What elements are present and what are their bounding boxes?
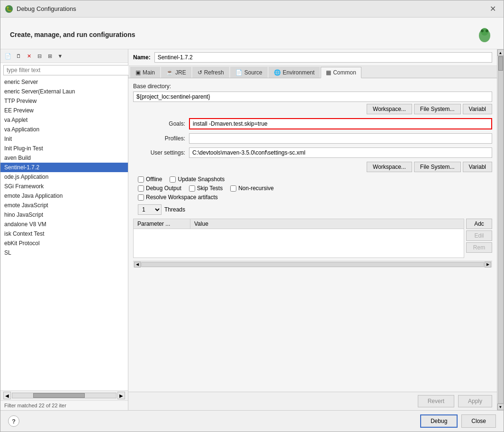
dropdown-button[interactable]: ▼ <box>55 51 65 61</box>
list-item[interactable]: va Application <box>0 125 128 134</box>
scroll-down-button[interactable]: ▼ <box>497 404 504 410</box>
list-item[interactable]: SGi Framework <box>0 182 128 191</box>
list-item[interactable]: Init Plug-in Test <box>0 144 128 153</box>
scroll-left-button[interactable]: ◀ <box>3 392 11 399</box>
collapse-all-button[interactable]: ⊟ <box>35 51 44 61</box>
param-edit-button[interactable]: Edil <box>466 230 492 241</box>
workspace-button-1[interactable]: Workspace... <box>367 104 412 114</box>
param-add-button[interactable]: Adc <box>466 219 492 229</box>
non-recursive-checkbox-item[interactable]: Non-recursive <box>230 185 274 192</box>
left-horizontal-scrollbar[interactable]: ◀ ▶ <box>0 390 128 400</box>
skip-tests-label: Skip Tests <box>197 185 223 192</box>
variables-button-1[interactable]: Variabl <box>463 104 492 114</box>
goals-label: Goals: <box>133 120 185 127</box>
duplicate-config-button[interactable]: 🗒 <box>14 51 23 61</box>
update-snapshots-checkbox-item[interactable]: Update Snapshots <box>170 176 225 183</box>
param-table-area: Parameter ... Value <box>133 219 464 258</box>
basedir-input[interactable] <box>133 92 492 102</box>
goals-input[interactable] <box>189 118 492 129</box>
list-item[interactable]: EE Preview <box>0 106 128 115</box>
vertical-scroll-track[interactable] <box>498 56 504 404</box>
skip-tests-checkbox-item[interactable]: Skip Tests <box>189 185 223 192</box>
environment-tab-icon: 🌐 <box>274 69 281 76</box>
param-table-header: Parameter ... Value <box>134 219 464 229</box>
debug-output-checkbox[interactable] <box>138 185 144 192</box>
list-item-selected[interactable]: Sentinel-1.7.2 <box>0 163 128 172</box>
scroll-right-button[interactable]: ▶ <box>117 392 125 399</box>
list-item[interactable]: aven Build <box>0 153 128 163</box>
variables-button-2[interactable]: Variabl <box>463 162 492 172</box>
user-settings-label: User settings: <box>133 149 185 156</box>
delete-config-button[interactable]: ✕ <box>24 51 34 61</box>
offline-checkbox-item[interactable]: Offline <box>138 176 162 183</box>
param-remove-button[interactable]: Rem <box>466 242 492 253</box>
tab-source[interactable]: 📄 Source <box>230 67 268 78</box>
common-tab-label: Common <box>333 69 356 76</box>
debug-configurations-dialog: 🐛 Debug Configurations ✕ Create, manage,… <box>0 0 504 432</box>
resolve-workspace-checkbox[interactable] <box>138 194 144 201</box>
bottom-bar: ? Debug Close <box>0 410 504 432</box>
list-item[interactable]: eneric Server <box>0 77 128 87</box>
h-scroll-left-button[interactable]: ◀ <box>134 262 141 267</box>
horizontal-scrollbar[interactable]: ◀ ▶ <box>133 261 492 267</box>
h-scroll-track[interactable] <box>141 262 484 267</box>
revert-button[interactable]: Revert <box>418 395 454 407</box>
profiles-row: Profiles: <box>133 133 492 144</box>
header-title: Create, manage, and run configurations <box>10 31 135 38</box>
expand-all-button[interactable]: ⊞ <box>45 51 54 61</box>
scroll-track[interactable] <box>12 393 117 398</box>
h-scroll-right-button[interactable]: ▶ <box>485 262 491 267</box>
profiles-label: Profiles: <box>133 135 185 142</box>
scroll-up-button[interactable]: ▲ <box>497 49 504 56</box>
refresh-tab-label: Refresh <box>204 69 224 76</box>
update-snapshots-checkbox[interactable] <box>170 176 176 183</box>
debug-output-checkbox-item[interactable]: Debug Output <box>138 185 181 192</box>
workspace-button-2[interactable]: Workspace... <box>367 162 412 172</box>
list-item[interactable]: isk Context Test <box>0 229 128 239</box>
list-item[interactable]: Init <box>0 134 128 144</box>
list-item[interactable]: andalone V8 VM <box>0 220 128 229</box>
debug-button[interactable]: Debug <box>420 414 458 428</box>
help-button[interactable]: ? <box>8 415 19 427</box>
list-item[interactable]: TTP Preview <box>0 96 128 106</box>
main-tab-label: Main <box>143 69 155 76</box>
tab-main[interactable]: ▣ Main <box>130 67 160 78</box>
tab-refresh[interactable]: ↺ Refresh <box>192 67 229 78</box>
list-item[interactable]: hino JavaScript <box>0 210 128 220</box>
profiles-input[interactable] <box>189 133 492 144</box>
filter-input[interactable] <box>3 65 131 75</box>
threads-select[interactable]: 1 2 4 8 <box>138 204 162 215</box>
list-item[interactable]: ode.js Application <box>0 172 128 182</box>
skip-tests-checkbox[interactable] <box>189 185 195 192</box>
source-tab-icon: 📄 <box>235 69 243 76</box>
list-item[interactable]: ebKit Protocol <box>0 239 128 248</box>
list-item[interactable]: emote JavaScript <box>0 201 128 210</box>
non-recursive-checkbox[interactable] <box>230 185 236 192</box>
resolve-workspace-checkbox-item[interactable]: Resolve Workspace artifacts <box>138 194 218 201</box>
title-bar: 🐛 Debug Configurations ✕ <box>0 0 504 18</box>
right-panel: Name: ▣ Main ☕ JRE ↺ Refresh <box>128 49 497 410</box>
checkbox-row-1: Offline Update Snapshots <box>138 176 492 183</box>
tab-common[interactable]: ▦ Common <box>321 67 361 78</box>
close-button[interactable]: Close <box>461 414 496 428</box>
vertical-scroll-thumb <box>498 56 503 71</box>
list-item[interactable]: emote Java Application <box>0 191 128 201</box>
user-settings-input[interactable] <box>189 147 492 158</box>
param-col-header-1: Parameter ... <box>134 219 190 229</box>
non-recursive-label: Non-recursive <box>238 185 274 192</box>
tab-environment[interactable]: 🌐 Environment <box>269 67 320 78</box>
jre-tab-label: JRE <box>175 69 186 76</box>
right-vertical-scrollbar[interactable]: ▲ ▼ <box>497 49 504 410</box>
new-config-button[interactable]: 📄 <box>3 51 13 61</box>
list-item[interactable]: va Applet <box>0 115 128 125</box>
debug-icon: 🐛 <box>5 5 13 13</box>
window-close-button[interactable]: ✕ <box>487 3 499 14</box>
filesystem-button-1[interactable]: File System... <box>414 104 461 114</box>
name-input[interactable] <box>154 52 492 63</box>
filesystem-button-2[interactable]: File System... <box>414 162 461 172</box>
list-item[interactable]: eneric Server(External Laun <box>0 87 128 96</box>
offline-checkbox[interactable] <box>138 176 144 183</box>
list-item[interactable]: SL <box>0 248 128 257</box>
apply-button[interactable]: Apply <box>458 395 492 407</box>
tab-jre[interactable]: ☕ JRE <box>161 67 191 78</box>
